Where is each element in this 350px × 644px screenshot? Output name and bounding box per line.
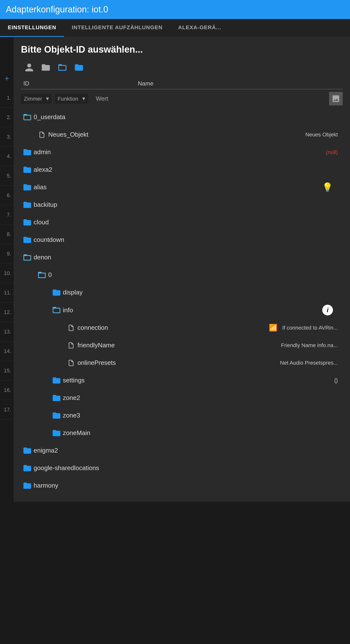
item-type-icon (21, 253, 34, 262)
tree-item-0[interactable]: 0 (21, 266, 343, 284)
sidebar-num-1: 1. (0, 88, 14, 108)
item-label: zone3 (63, 412, 338, 419)
item-label: Neues_Objekt (48, 131, 306, 138)
tree-item-denon[interactable]: denon (21, 249, 343, 266)
tab-alexa[interactable]: ALEXA-GERÄ... (170, 19, 229, 37)
sidebar-num-2: 2. (0, 108, 14, 127)
tab-einstellungen[interactable]: EINSTELLUNGEN (0, 19, 64, 37)
item-label: info (63, 306, 322, 314)
item-type-icon (21, 464, 34, 473)
item-type-icon (36, 131, 48, 138)
room-filter-select[interactable]: Zimmer (21, 94, 45, 104)
tree-item-info[interactable]: info i (21, 301, 343, 319)
sidebar-num-15: 15. (0, 361, 14, 380)
open-folder-icon[interactable] (56, 62, 68, 73)
item-value: {} (334, 377, 343, 384)
tree-item-alexa2[interactable]: alexa2 (21, 161, 343, 178)
sidebar-num-16: 16. (0, 380, 14, 400)
sidebar-num-17: 17. (0, 400, 14, 420)
main-content: + 1. 2. 3. 4. 5. 6. 7. 8. 9. 10. 11. 12.… (0, 37, 350, 502)
item-type-icon (21, 235, 34, 244)
icon-toolbar (21, 62, 343, 73)
sidebar-num-5: 5. (0, 166, 14, 186)
item-label: friendlyName (78, 342, 281, 349)
tree-item-0_userdata[interactable]: 0_userdata (21, 108, 343, 126)
tree-item-cloud[interactable]: cloud (21, 214, 343, 231)
item-type-icon (50, 306, 63, 315)
item-type-icon (50, 428, 63, 438)
tree-item-display[interactable]: display (21, 284, 343, 301)
image-placeholder (329, 92, 343, 106)
item-right-icon: i (322, 305, 333, 316)
function-filter-dropdown[interactable]: Funktion ▼ (55, 94, 88, 104)
sidebar-num-6: 6. (0, 186, 14, 205)
item-label: admin (34, 148, 326, 156)
item-value: Friendly Name info.na... (281, 342, 343, 348)
item-label: zone2 (63, 394, 338, 402)
item-type-icon (50, 393, 63, 402)
tree-item-zone2[interactable]: zone2 (21, 389, 343, 407)
person-icon[interactable] (24, 62, 35, 73)
function-filter-select[interactable]: Funktion (55, 94, 81, 104)
item-type-icon (21, 481, 34, 490)
item-label: alias (34, 184, 322, 191)
tree-item-backitup[interactable]: backitup (21, 196, 343, 214)
item-label: 0_userdata (34, 113, 338, 121)
item-type-icon (65, 359, 78, 366)
tree-item-zone3[interactable]: zone3 (21, 407, 343, 424)
item-label: denon (34, 254, 338, 261)
tree-item-onlinePresets[interactable]: onlinePresets Net Audio Presetspres... (21, 354, 343, 372)
tree-item-friendlyName[interactable]: friendlyName Friendly Name info.na... (21, 336, 343, 354)
item-value: Net Audio Presetspres... (280, 360, 343, 366)
function-dropdown-arrow: ▼ (81, 96, 88, 102)
item-type-icon (21, 165, 34, 174)
tree-item-harmony[interactable]: harmony (21, 477, 343, 494)
table-header: ID Name (21, 78, 343, 90)
tab-intelligente[interactable]: INTELLIGENTE AUFZÄHLUNGEN (64, 19, 170, 37)
item-label: cloud (34, 218, 338, 226)
item-type-icon (50, 376, 63, 385)
tree-item-enigma2[interactable]: enigma2 (21, 442, 343, 459)
sidebar-num-10: 10. (0, 264, 14, 283)
item-type-icon (21, 148, 34, 157)
wifi-icon: 📶 (269, 324, 278, 332)
tree-item-connection[interactable]: connection 📶 If connected to AVRin... (21, 319, 343, 336)
dialog-title: Bitte Objekt-ID auswählen... (21, 44, 343, 55)
add-button[interactable]: + (0, 69, 14, 88)
sidebar-num-11: 11. (0, 283, 14, 302)
room-filter-dropdown[interactable]: Zimmer ▼ (21, 94, 52, 104)
tabs-bar: EINSTELLUNGEN INTELLIGENTE AUFZÄHLUNGEN … (0, 19, 350, 37)
col-name-header: Name (138, 80, 343, 87)
tree-container: 0_userdata Neues_Objekt Neues Objekt adm… (21, 108, 343, 494)
item-type-icon (50, 288, 63, 297)
tree-item-countdown[interactable]: countdown (21, 231, 343, 249)
item-label: onlinePresets (78, 359, 280, 366)
item-label: connection (78, 324, 269, 332)
item-label: zoneMain (63, 429, 338, 437)
folder-icon[interactable] (40, 62, 52, 73)
item-type-icon (21, 112, 34, 122)
sidebar-num-9: 9. (0, 244, 14, 264)
item-label: harmony (34, 482, 338, 489)
item-right-icon: 💡 (322, 182, 333, 192)
app-title: Adapterkonfiguration: iot.0 (6, 4, 108, 14)
tree-item-zoneMain[interactable]: zoneMain (21, 424, 343, 442)
item-type-icon (65, 324, 78, 332)
app-header: Adapterkonfiguration: iot.0 (0, 0, 350, 19)
tree-item-google-sharedlocations[interactable]: google-sharedlocations (21, 459, 343, 477)
sidebar-num-12: 12. (0, 302, 14, 322)
item-right-icon: 📶 (269, 324, 278, 332)
filter-row: Zimmer ▼ Funktion ▼ Wert (21, 90, 343, 107)
item-type-icon (50, 411, 63, 420)
folder-filled-icon[interactable] (73, 62, 85, 73)
sidebar-num-7: 7. (0, 205, 14, 224)
tree-item-settings[interactable]: settings {} (21, 372, 343, 389)
tree-item-Neues_Objekt[interactable]: Neues_Objekt Neues Objekt (21, 126, 343, 144)
tree-item-admin[interactable]: admin (null) (21, 144, 343, 161)
tree-item-alias[interactable]: alias 💡 (21, 178, 343, 196)
item-label: backitup (34, 201, 338, 208)
item-type-icon (21, 200, 34, 210)
item-type-icon (65, 342, 78, 349)
sidebar-num-3: 3. (0, 127, 14, 147)
item-type-icon (21, 446, 34, 455)
